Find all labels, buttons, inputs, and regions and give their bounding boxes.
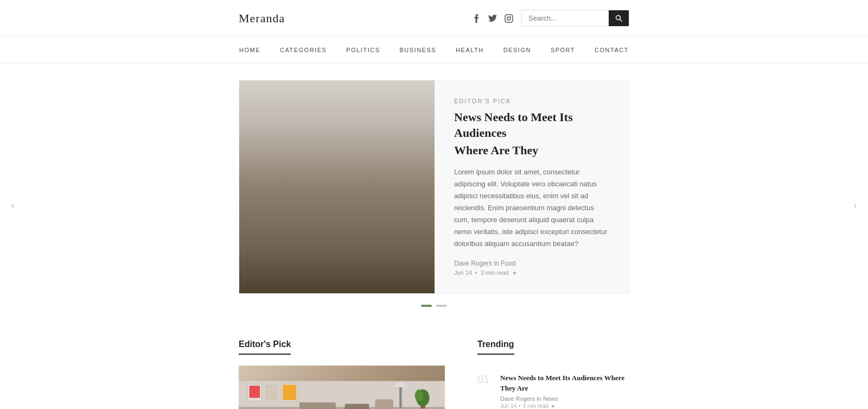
trending-item-1: 01 News Needs to Meet Its Audiences Wher…	[477, 366, 629, 409]
svg-rect-39	[266, 386, 277, 399]
trending-title: Trending	[477, 339, 514, 355]
star-icon: ★	[512, 270, 517, 276]
search-button[interactable]	[609, 10, 629, 26]
site-header: Meranda	[0, 0, 868, 37]
svg-point-19	[254, 150, 278, 156]
svg-point-28	[347, 94, 371, 121]
editors-pick-label: EDITOR'S PICK	[454, 98, 609, 104]
carousel-dots	[239, 294, 629, 323]
svg-rect-21	[275, 158, 291, 167]
svg-point-26	[403, 152, 423, 165]
svg-rect-32	[367, 148, 373, 152]
header-right	[471, 10, 629, 27]
svg-point-33	[263, 171, 280, 184]
trending-number-1: 01	[477, 373, 493, 408]
editors-pick-title: Editor's Pick	[239, 339, 291, 355]
trending-author-1: Dave Rogers in News	[500, 395, 629, 402]
featured-title-main: News Needs to Meet Its Audiences	[454, 110, 609, 141]
carousel-dot-1[interactable]	[421, 305, 432, 307]
nav-health[interactable]: HEALTH	[456, 47, 484, 53]
svg-line-4	[620, 20, 622, 22]
nav-politics[interactable]: POLITICS	[346, 47, 380, 53]
featured-description: Lorem ipsum dolor sit amet, consectetur …	[454, 166, 609, 250]
social-icons	[471, 14, 514, 23]
trending-meta-1: Jun 14 • 3 min read ★	[500, 403, 629, 409]
svg-point-2	[510, 16, 512, 17]
svg-rect-30	[342, 124, 352, 151]
search-wrapper	[521, 10, 629, 27]
svg-point-22	[289, 156, 309, 169]
svg-rect-13	[239, 169, 435, 205]
featured-title-sub: Where Are They	[454, 143, 609, 159]
pick-grid: News Needs to Meet Its Audiences Where T…	[239, 366, 445, 409]
star-icon-t1: ★	[551, 403, 556, 409]
svg-rect-18	[254, 153, 278, 168]
svg-rect-25	[359, 151, 407, 165]
svg-point-27	[416, 151, 426, 160]
nav-home[interactable]: HOME	[239, 47, 260, 53]
main-content: Editor's Pick	[0, 334, 868, 409]
facebook-icon[interactable]	[471, 14, 481, 23]
svg-point-34	[280, 174, 291, 183]
carousel-prev-arrow[interactable]: ‹	[11, 198, 15, 211]
nav-contact[interactable]: CONTACT	[595, 47, 629, 53]
svg-rect-29	[347, 120, 371, 158]
editors-pick-section: Editor's Pick	[239, 339, 445, 409]
svg-rect-31	[365, 124, 375, 156]
trending-content-1: News Needs to Meet Its Audiences Where T…	[500, 373, 629, 408]
nav-design[interactable]: DESIGN	[503, 47, 531, 53]
featured-author: Dave Rogers in Food	[454, 260, 609, 267]
svg-rect-9	[337, 83, 402, 118]
carousel-dot-2[interactable]	[436, 305, 447, 307]
svg-rect-41	[250, 386, 260, 398]
svg-rect-5	[239, 80, 435, 205]
svg-rect-12	[239, 165, 435, 169]
svg-rect-23	[289, 156, 309, 168]
svg-rect-46	[399, 387, 401, 408]
trending-article-title-1[interactable]: News Needs to Meet Its Audiences Where T…	[500, 373, 629, 393]
featured-content: EDITOR'S PICK News Needs to Meet Its Aud…	[435, 80, 629, 293]
search-input[interactable]	[522, 10, 609, 26]
twitter-icon[interactable]	[488, 14, 497, 23]
svg-rect-8	[337, 80, 435, 123]
carousel-next-arrow[interactable]: ›	[853, 198, 857, 211]
svg-point-15	[325, 157, 338, 170]
svg-point-20	[275, 156, 291, 167]
svg-point-17	[254, 153, 278, 168]
carousel-section: EDITOR'S PICK News Needs to Meet Its Aud…	[0, 64, 868, 334]
instagram-icon[interactable]	[504, 14, 514, 23]
featured-meta: Jun 14 • 3 min read ★	[454, 269, 609, 276]
svg-rect-0	[505, 15, 513, 22]
nav-business[interactable]: BUSINESS	[399, 47, 436, 53]
svg-point-24	[289, 154, 309, 159]
svg-point-50	[415, 390, 424, 402]
svg-rect-44	[345, 404, 369, 409]
svg-point-16	[368, 157, 381, 170]
pick-large-image	[239, 366, 445, 409]
svg-rect-36	[239, 407, 445, 409]
svg-rect-7	[239, 80, 331, 123]
main-nav: HOME CATEGORIES POLITICS BUSINESS HEALTH…	[0, 37, 868, 64]
svg-rect-42	[283, 385, 296, 400]
svg-rect-14	[315, 158, 391, 169]
featured-image	[239, 80, 435, 293]
svg-point-1	[507, 17, 510, 20]
featured-card: EDITOR'S PICK News Needs to Meet Its Aud…	[239, 80, 629, 294]
trending-section: Trending 01 News Needs to Meet Its Audie…	[477, 339, 629, 409]
svg-rect-45	[375, 400, 393, 409]
svg-rect-43	[299, 402, 336, 409]
trending-list: 01 News Needs to Meet Its Audiences Wher…	[477, 366, 629, 409]
nav-sport[interactable]: SPORT	[551, 47, 575, 53]
nav-categories[interactable]: CATEGORIES	[280, 47, 327, 53]
site-logo[interactable]: Meranda	[239, 11, 285, 26]
svg-rect-6	[239, 80, 435, 124]
